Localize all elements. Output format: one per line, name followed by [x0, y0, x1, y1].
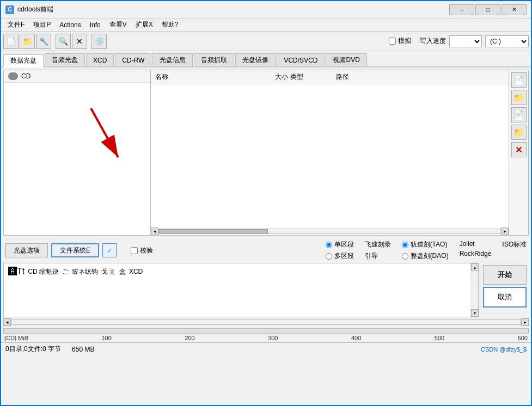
write-speed-select[interactable] [449, 35, 482, 47]
add-folder-button[interactable]: 📁 [511, 90, 527, 105]
cancel-button[interactable]: 取消 [483, 287, 527, 307]
joliet-label: Joliet [460, 240, 475, 248]
simulate-area: 模拟 写入速度 (C:) [389, 35, 529, 47]
bottom-scroll-right[interactable]: ▸ [521, 318, 529, 326]
progress-label-200: 200 [185, 335, 194, 341]
col-type: 类型 [290, 72, 334, 82]
main-panels: CD 名称 大 [3, 70, 529, 236]
tab-data-disc[interactable]: 数据光盘 [3, 54, 44, 67]
log-text-glass: 玻ネ纮钩 [72, 267, 98, 276]
scroll-left-arrow[interactable]: ◂ [151, 227, 158, 235]
bottom-scroll-track[interactable] [11, 319, 521, 325]
action-buttons: 开始 取消 [481, 263, 529, 317]
verify-text: 校验 [140, 246, 153, 255]
status-disc-size: 650 MB [72, 346, 94, 353]
simulate-text: 模拟 [398, 36, 411, 46]
title-bar: C cdrtools前端 ─ □ ✕ [1, 1, 531, 19]
tab-video-dvd[interactable]: 视频DVD [326, 53, 366, 66]
filesystem-button[interactable]: 文件系统E [51, 243, 99, 257]
drive-select[interactable]: (C:) [485, 35, 529, 47]
log-text-go: ご [62, 267, 69, 276]
boot: 引导 [365, 251, 391, 261]
maximize-button[interactable]: □ [475, 4, 500, 15]
single-segment-label: 单区段 [334, 240, 354, 249]
delete-folder-button[interactable]: 📁 [511, 125, 527, 140]
tab-audio-disc[interactable]: 音频光盘 [45, 53, 85, 66]
log-text-area: 🅰Tt CD 缩魁诀 ご 玻ネ纮钩 戈🃏 盒 XCD [4, 263, 470, 317]
multi-segment: 多区段 [326, 251, 354, 261]
log-scroll-up[interactable]: ▴ [471, 263, 479, 271]
write-speed-label: 写入速度 [420, 36, 446, 46]
tab-cdrw[interactable]: CD-RW [115, 53, 151, 66]
write-option-track: 轨道刻(TAO) 整盘刻(DAO) [402, 240, 449, 261]
dao-radio[interactable] [402, 253, 408, 260]
single-segment-radio[interactable] [326, 242, 332, 248]
disc-options-button[interactable]: 光盘选项 [5, 243, 48, 257]
menu-info[interactable]: Info [85, 19, 105, 31]
panels-container: CD 名称 大 [3, 70, 529, 236]
log-text-chess: 戈🃏 [101, 267, 116, 276]
tab-vcd-svcd[interactable]: VCD/SVCD [277, 53, 325, 66]
bottom-scrollbar[interactable]: ◂ ▸ [3, 318, 529, 326]
col-path: 路径 [336, 72, 504, 82]
menu-actions[interactable]: Actions [55, 19, 85, 31]
left-panel: CD [4, 70, 151, 235]
menu-help[interactable]: 帮助? [157, 19, 183, 31]
tao-label: 轨道刻(TAO) [411, 240, 448, 249]
content-area: CD 名称 大 [1, 67, 531, 405]
toolbar-settings[interactable]: 🔧 [36, 34, 51, 49]
toolbar-cancel[interactable]: ✕ [72, 34, 87, 49]
main-window: C cdrtools前端 ─ □ ✕ 文件F 项目P Actions Info … [0, 0, 532, 406]
file-list-scrollbar[interactable]: ◂ ▸ [151, 227, 509, 235]
close-button[interactable]: ✕ [502, 4, 527, 15]
cd-icon [8, 72, 18, 80]
toolbar-cd[interactable]: 💿 [91, 34, 107, 49]
tab-xcd[interactable]: XCD [86, 53, 114, 66]
log-scrollbar: ▴ ▾ [470, 263, 478, 317]
file-list-header: 名称 大小 类型 路径 [151, 70, 509, 84]
progress-labels: [CD] MiB 100 200 300 400 500 600 [3, 335, 529, 341]
menu-extend[interactable]: 扩展X [131, 19, 157, 31]
menu-project[interactable]: 项目P [29, 19, 55, 31]
log-icon-font: 🅰Tt [8, 267, 25, 276]
toolbar-new[interactable]: 📄 [3, 34, 19, 49]
left-panel-header: CD [4, 70, 150, 83]
toolbar-search[interactable]: 🔍 [56, 34, 71, 49]
tab-disc-image[interactable]: 光盘镜像 [235, 53, 276, 66]
menu-bar: 文件F 项目P Actions Info 查看V 扩展X 帮助? [1, 19, 531, 32]
simulate-checkbox[interactable] [389, 38, 396, 45]
tab-bar: 数据光盘 音频光盘 XCD CD-RW 光盘信息 音频抓取 光盘镜像 VCD/S… [1, 51, 531, 67]
right-panel: 名称 大小 类型 路径 ◂ ▸ [151, 70, 509, 235]
menu-file[interactable]: 文件F [3, 19, 29, 31]
minimize-button[interactable]: ─ [449, 4, 474, 15]
multi-segment-radio[interactable] [326, 253, 332, 260]
log-scroll-down[interactable]: ▾ [471, 309, 479, 317]
add-file-button[interactable]: 📄 [511, 72, 527, 88]
tao-radio[interactable] [402, 242, 408, 248]
col-name: 名称 [155, 72, 253, 82]
verify-checkbox[interactable] [131, 247, 138, 254]
scroll-track[interactable] [158, 229, 501, 234]
log-actions-row: 🅰Tt CD 缩魁诀 ご 玻ネ纮钩 戈🃏 盒 XCD ▴ ▾ 开始 [3, 263, 529, 317]
progress-label-300: 300 [268, 335, 278, 341]
remove-button[interactable]: ✕ [511, 142, 527, 157]
scroll-thumb[interactable] [159, 229, 268, 233]
svg-line-1 [91, 108, 118, 157]
menu-view[interactable]: 查看V [105, 19, 131, 31]
boot-label: 引导 [365, 251, 378, 261]
start-button[interactable]: 开始 [483, 265, 527, 285]
progress-label-400: 400 [351, 335, 361, 341]
dao-label: 整盘刻(DAO) [411, 251, 449, 261]
tab-audio-rip[interactable]: 音频抓取 [194, 53, 234, 66]
write-option-speed: 飞速刻录 引导 [365, 240, 391, 261]
delete-file-button[interactable]: 📄 [511, 107, 527, 122]
status-file-count: 0目录,0文件:0 字节 [5, 345, 61, 354]
simulate-label: 模拟 [389, 36, 411, 46]
tab-disc-info[interactable]: 光盘信息 [152, 53, 193, 66]
bottom-scroll-left[interactable]: ◂ [3, 318, 11, 326]
scroll-right-arrow[interactable]: ▸ [501, 227, 509, 235]
filesystem-check-button[interactable]: ✓ [102, 243, 117, 257]
toolbar-open[interactable]: 📁 [20, 34, 35, 49]
status-bar: 0目录,0文件:0 字节 650 MB CSDN @dfzy$_$ [1, 342, 531, 355]
joliet: Joliet [460, 240, 492, 248]
